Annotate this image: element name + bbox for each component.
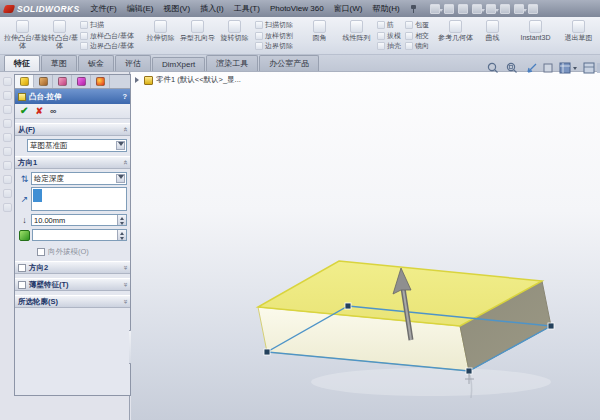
menu-help[interactable]: 帮助(H): [367, 0, 404, 17]
open-document-icon[interactable]: [444, 4, 454, 14]
sketch-tool-icon[interactable]: [3, 189, 12, 198]
fillet-button[interactable]: 圆角: [301, 18, 338, 53]
tab-dimxpert[interactable]: DimXpert: [152, 57, 205, 71]
pushpin-icon[interactable]: [409, 4, 418, 13]
new-document-icon[interactable]: [430, 4, 440, 14]
view-orientation-icon[interactable]: [584, 63, 600, 73]
save-icon[interactable]: [458, 4, 468, 14]
view-settings-icon[interactable]: [560, 63, 577, 73]
featuremanager-tab[interactable]: [34, 75, 53, 88]
help-button[interactable]: ?: [122, 92, 127, 101]
feature-tree-breadcrumb[interactable]: 零件1 (默认<<默认>_显...: [135, 75, 241, 85]
sketch-tool-icon[interactable]: [3, 175, 12, 184]
depth-spinner[interactable]: 10.00mm: [31, 214, 127, 226]
select-icon[interactable]: [500, 4, 510, 14]
menu-view[interactable]: 视图(V): [158, 0, 195, 17]
sketch-tool-icon[interactable]: [3, 147, 12, 156]
tab-sheet-metal[interactable]: 钣金: [78, 55, 114, 71]
menu-tools[interactable]: 工具(T): [229, 0, 265, 17]
sketch-vertex-handle[interactable]: [548, 323, 554, 329]
revolved-boss-button[interactable]: 旋转凸台/基体: [41, 18, 78, 53]
draft-angle-spinner[interactable]: [32, 229, 127, 241]
swept-boss-button[interactable]: 扫描: [79, 20, 135, 30]
from-section-header[interactable]: 从(F) «: [15, 123, 130, 136]
sketch-vertex-handle[interactable]: [264, 349, 270, 355]
boundary-cut-button[interactable]: 边界切除: [254, 41, 294, 51]
rib-button[interactable]: 筋: [376, 20, 402, 30]
direction2-checkbox[interactable]: [18, 264, 26, 272]
swept-cut-button[interactable]: 扫描切除: [254, 20, 294, 30]
exit-sketch-button[interactable]: 退出草图: [560, 18, 597, 53]
swept-boss-icon: [80, 21, 88, 29]
curves-icon: [486, 20, 499, 33]
lofted-boss-button[interactable]: 放样凸台/基体: [79, 31, 135, 41]
graphics-area[interactable]: 零件1 (默认<<默认>_显...: [131, 72, 600, 420]
menu-file[interactable]: 文件(F): [86, 0, 122, 17]
draft-toggle-icon[interactable]: [19, 230, 30, 241]
boundary-boss-button[interactable]: 边界凸台/基体: [79, 41, 135, 51]
features-group: 圆角 线性阵列 筋 拔模 抽壳: [299, 18, 433, 53]
sketch-tool-icon[interactable]: [3, 77, 12, 86]
zoom-to-fit-icon[interactable]: [488, 63, 497, 72]
curves-button[interactable]: 曲线: [474, 18, 511, 53]
extruded-cut-button[interactable]: 拉伸切除: [142, 18, 179, 53]
sketch-tool-icon[interactable]: [3, 105, 12, 114]
sketch-tool-icon[interactable]: [3, 133, 12, 142]
extruded-boss-button[interactable]: 拉伸凸台/基体: [4, 18, 41, 53]
sketch-tool-icon[interactable]: [3, 119, 12, 128]
reverse-direction-icon[interactable]: ⇅: [18, 174, 31, 184]
menu-window[interactable]: 窗口(W): [329, 0, 368, 17]
configurationmanager-tab[interactable]: [72, 75, 91, 88]
end-condition-dropdown[interactable]: 给定深度: [31, 172, 127, 185]
tab-evaluate[interactable]: 评估: [115, 55, 151, 71]
options-icon[interactable]: [528, 4, 538, 14]
intersect-button[interactable]: 相交: [404, 31, 430, 41]
linear-pattern-button[interactable]: 线性阵列: [338, 18, 375, 53]
draft-outward-checkbox[interactable]: [37, 248, 45, 256]
direction-reference-listbox[interactable]: [31, 187, 127, 211]
section-view-icon[interactable]: [544, 64, 552, 72]
propertymanager-tab[interactable]: [15, 75, 34, 88]
tab-features[interactable]: 特征: [4, 55, 40, 71]
lofted-cut-button[interactable]: 放样切割: [254, 31, 294, 41]
undo-icon[interactable]: [486, 4, 496, 14]
zoom-to-area-icon[interactable]: [507, 63, 516, 72]
menu-edit[interactable]: 编辑(E): [122, 0, 159, 17]
tab-render-tools[interactable]: 渲染工具: [206, 55, 258, 71]
sketch-tool-icon[interactable]: [3, 161, 12, 170]
draft-button[interactable]: 拔模: [376, 31, 402, 41]
start-condition-dropdown[interactable]: 草图基准面: [27, 139, 127, 152]
sketch-vertex-handle[interactable]: [345, 303, 351, 309]
cancel-button[interactable]: ✘: [35, 106, 43, 116]
sketch-vertex-handle[interactable]: [466, 368, 472, 374]
sketch-tool-icon[interactable]: [3, 91, 12, 100]
shell-button[interactable]: 抽壳: [376, 41, 402, 51]
expand-arrow-icon[interactable]: [135, 77, 142, 83]
dimxpertmanager-tab[interactable]: [91, 75, 110, 88]
previous-view-icon[interactable]: [528, 64, 536, 72]
displaymanager-tab[interactable]: [53, 75, 72, 88]
hole-wizard-button[interactable]: 异型孔向导: [179, 18, 216, 53]
direction1-section-header[interactable]: 方向1 «: [15, 156, 130, 169]
mirror-button[interactable]: 镜向: [404, 41, 430, 51]
boundary-cut-icon: [255, 42, 263, 50]
revolved-cut-button[interactable]: 旋转切除: [216, 18, 253, 53]
menu-insert[interactable]: 插入(I): [195, 0, 229, 17]
ok-button[interactable]: ✔: [20, 106, 28, 116]
sketch-tool-icon[interactable]: [3, 203, 12, 212]
thin-feature-checkbox[interactable]: [18, 281, 26, 289]
menu-photoview[interactable]: PhotoView 360: [265, 0, 329, 17]
spin-down-button[interactable]: [118, 236, 126, 242]
tab-sketch[interactable]: 草图: [41, 55, 77, 71]
rebuild-icon[interactable]: [514, 4, 524, 14]
detailed-preview-button[interactable]: ∞: [50, 106, 56, 116]
spin-down-button[interactable]: [118, 221, 126, 227]
selected-contours-section-header[interactable]: 所选轮廓(S) «: [15, 295, 130, 308]
direction2-section-header[interactable]: 方向2 «: [15, 261, 130, 274]
instant3d-button[interactable]: Instant3D: [517, 18, 554, 53]
reference-geometry-button[interactable]: 参考几何体: [437, 18, 474, 53]
thin-feature-section-header[interactable]: 薄壁特征(T) «: [15, 278, 130, 291]
tab-office-products[interactable]: 办公室产品: [259, 55, 319, 71]
print-icon[interactable]: [472, 4, 482, 14]
wrap-button[interactable]: 包覆: [404, 20, 430, 30]
